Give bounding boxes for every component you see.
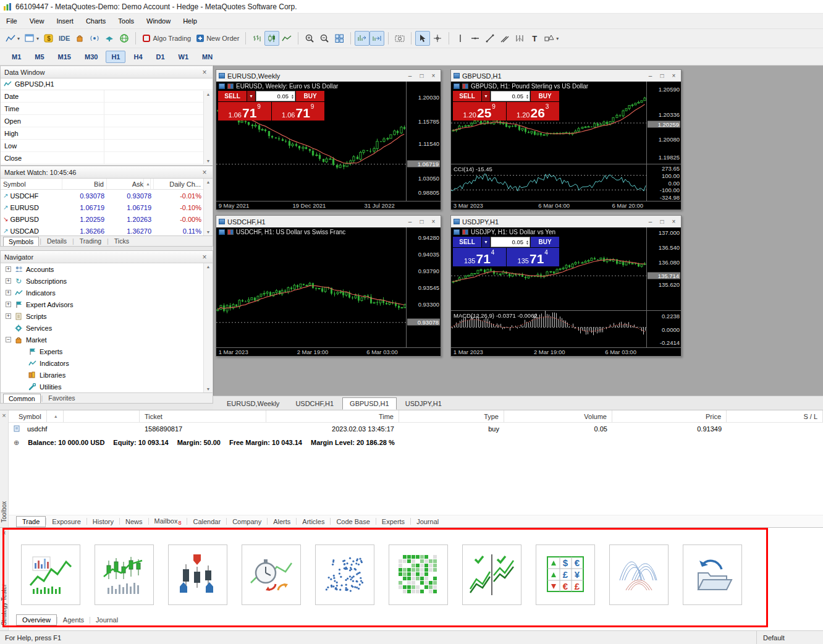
buy-button[interactable]: BUY (296, 91, 324, 101)
menu-charts[interactable]: Charts (80, 15, 112, 27)
chart-tab-usdchf[interactable]: USDCHF,H1 (288, 397, 341, 410)
tile-windows-button[interactable] (332, 31, 347, 46)
chart-shift-button[interactable] (369, 31, 384, 46)
signals-button[interactable] (87, 31, 102, 46)
timeframe-m15[interactable]: M15 (53, 51, 77, 63)
market-watch-row-gbpusd[interactable]: ↘GBPUSD 1.20259 1.20263 -0.00% (1, 213, 213, 225)
volume-input[interactable]: 0.05▲▼ (491, 91, 530, 101)
maximize-icon[interactable]: □ (417, 218, 426, 225)
timeframe-w1[interactable]: W1 (173, 51, 195, 63)
spinner-icon[interactable]: ▲▼ (291, 91, 294, 101)
tab-symbols[interactable]: Symbols (3, 237, 39, 246)
column-ask[interactable]: Ask ▲ (107, 179, 154, 189)
close-icon[interactable]: × (429, 72, 438, 79)
web-button[interactable] (117, 31, 132, 46)
minimize-icon[interactable]: – (646, 218, 655, 225)
ide-button[interactable]: IDE (56, 31, 72, 46)
nav-item-market-indicators[interactable]: Indicators (1, 357, 213, 369)
tester-tile[interactable]: $€£¥€£ (536, 544, 595, 605)
tester-tile[interactable] (683, 544, 742, 605)
tab-mailbox[interactable]: Mailbox8 (149, 516, 187, 527)
scrollbar[interactable]: ▲▼ (203, 263, 213, 392)
buy-button[interactable]: BUY (531, 91, 559, 101)
zoom-out-button[interactable] (317, 31, 332, 46)
candlestick-canvas[interactable] (216, 227, 406, 347)
market-watch-row-eurusd[interactable]: ↗EURUSD 1.06719 1.06719 -0.10% (1, 201, 213, 213)
nav-item-accounts[interactable]: +Accounts (1, 263, 213, 275)
objects-button[interactable]: ▾ (542, 31, 561, 46)
chart-plot[interactable]: GBPUSD, H1: Pound Sterling vs US Dollar … (451, 82, 646, 164)
tab-journal[interactable]: Journal (411, 517, 444, 527)
tab-trade[interactable]: Trade (16, 516, 46, 527)
column-symbol[interactable]: Symbol (1, 179, 62, 189)
text-tool-button[interactable]: T (527, 31, 542, 46)
tab-common[interactable]: Common (3, 394, 41, 403)
tester-tile[interactable] (242, 544, 301, 605)
market-button[interactable] (72, 31, 87, 46)
navigator-header[interactable]: Navigator × (1, 251, 213, 263)
scroll-up-icon[interactable]: ▲ (206, 180, 211, 184)
horizontal-line-button[interactable] (468, 31, 483, 46)
nav-item-market-experts[interactable]: Experts (1, 345, 213, 357)
column-sl[interactable]: S / L (727, 410, 823, 422)
tester-tile[interactable] (389, 544, 448, 605)
chart-tab-usdjpy[interactable]: USDJPY,H1 (398, 397, 449, 410)
expand-icon[interactable]: + (6, 302, 11, 307)
tab-trading[interactable]: Trading (75, 237, 106, 245)
tester-tile[interactable] (168, 544, 227, 605)
scroll-down-icon[interactable]: ▼ (206, 159, 211, 163)
tester-tile[interactable] (609, 544, 669, 605)
column-type[interactable]: Type (399, 410, 504, 422)
crosshair-button[interactable] (430, 31, 445, 46)
column-bid[interactable]: Bid (62, 179, 107, 189)
menu-window[interactable]: Window (140, 15, 177, 27)
column-time[interactable]: Time (266, 410, 399, 422)
auto-scroll-button[interactable] (355, 31, 369, 46)
chart-window-titlebar[interactable]: USDJPY,H1 – □ × (451, 216, 681, 227)
menu-file[interactable]: File (0, 15, 23, 27)
chart-window-usdchf-h1[interactable]: USDCHF,H1 – □ × USDCHF, H1: US Dollar vs… (216, 215, 441, 357)
bid-price-button[interactable]: 1.06719 (218, 102, 271, 121)
expand-icon[interactable]: + (6, 313, 11, 319)
close-icon[interactable]: × (429, 218, 438, 225)
timeframe-m1[interactable]: M1 (6, 51, 27, 63)
menu-tools[interactable]: Tools (112, 15, 140, 27)
data-window-header[interactable]: Data Window × (1, 66, 213, 78)
close-icon[interactable]: × (2, 412, 6, 419)
sell-button[interactable]: SELL (218, 91, 247, 101)
cursor-button[interactable] (415, 31, 430, 46)
nav-item-scripts[interactable]: +Scripts (1, 310, 213, 322)
tester-tile[interactable] (95, 544, 154, 605)
tab-alerts[interactable]: Alerts (268, 517, 296, 527)
spinner-icon[interactable]: ▲▼ (526, 237, 529, 247)
chevron-down-icon[interactable]: ▼ (482, 91, 490, 101)
nav-item-market-libraries[interactable]: Libraries (1, 369, 213, 381)
tab-overview[interactable]: Overview (16, 614, 57, 625)
expand-icon[interactable]: + (6, 266, 11, 272)
bars-mode-button[interactable] (250, 31, 264, 46)
ask-price-button[interactable]: 135714 (507, 248, 560, 266)
nav-item-market[interactable]: −Market (1, 334, 213, 345)
nav-item-services[interactable]: +Services (1, 322, 213, 334)
nav-item-indicators[interactable]: +Indicators (1, 287, 213, 299)
column-volume[interactable]: Volume (504, 410, 612, 422)
tab-ticks[interactable]: Ticks (109, 237, 134, 245)
bid-price-button[interactable]: 135714 (453, 248, 506, 266)
timeframe-h1[interactable]: H1 (106, 51, 125, 63)
column-price[interactable]: Price (612, 410, 727, 422)
chart-plot[interactable]: USDCHF, H1: US Dollar vs Swiss Franc (216, 227, 406, 347)
indicator-subwindow[interactable]: MACD(12,26,9) -0.0371 -0.0062 0.2238 0.0… (451, 310, 681, 347)
tab-agents[interactable]: Agents (57, 615, 90, 625)
chart-plot[interactable]: EURUSD, Weekly: Euro vs US Dollar SELL ▼… (216, 82, 406, 201)
bid-price-button[interactable]: 1.20259 (453, 102, 506, 121)
tester-tile[interactable] (462, 544, 521, 605)
tab-calendar[interactable]: Calendar (187, 517, 226, 527)
line-mode-button[interactable] (279, 31, 294, 46)
timeframe-h4[interactable]: H4 (128, 51, 148, 63)
volume-input[interactable]: 0.05▲▼ (256, 91, 295, 101)
trade-position-row[interactable]: usdchf 1586890817 2023.02.03 13:45:17 bu… (9, 423, 823, 434)
expand-icon[interactable]: + (6, 278, 11, 284)
timeframe-d1[interactable]: D1 (151, 51, 171, 63)
tester-tile[interactable] (21, 544, 80, 605)
ask-price-button[interactable]: 1.20263 (507, 102, 560, 121)
